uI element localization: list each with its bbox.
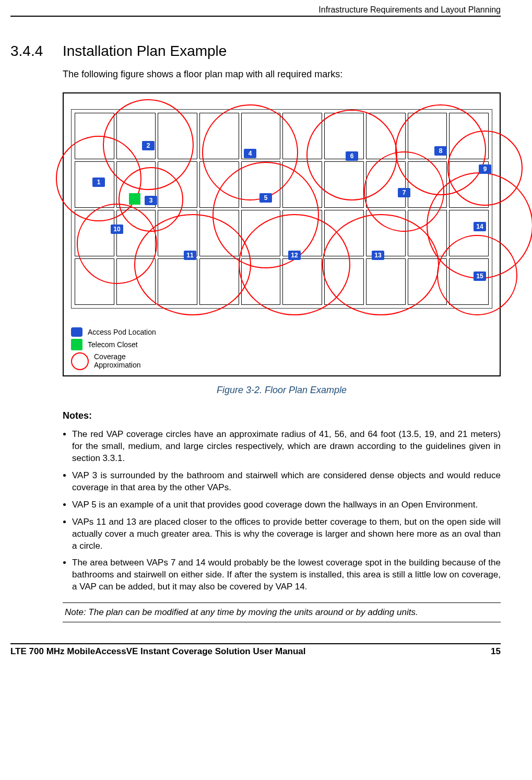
header-rule (10, 16, 501, 17)
legend-coverage: Coverage Approximation (94, 352, 141, 369)
section-title: Installation Plan Example (63, 43, 227, 60)
floorplan-figure: 1 2 3 4 5 6 7 8 9 10 11 12 13 14 15 (63, 92, 501, 376)
footer-page-number: 15 (491, 646, 501, 657)
vap-marker: 11 (184, 251, 196, 260)
running-header: Infrastructure Requirements and Layout P… (10, 5, 501, 16)
vap-marker: 1 (92, 178, 105, 187)
callout-note: Note: The plan can be modified at any ti… (63, 602, 501, 622)
vap-marker: 9 (479, 164, 491, 174)
section-heading: 3.4.4 Installation Plan Example (10, 43, 501, 60)
access-pod-icon (71, 327, 82, 337)
vap-marker: 10 (111, 224, 123, 234)
vap-marker: 4 (244, 149, 256, 158)
telecom-closet-marker (129, 193, 140, 205)
footer-rule (10, 643, 501, 644)
coverage-circle (134, 214, 251, 315)
note-item: VAPs 11 and 13 are placed closer to the … (72, 516, 501, 552)
vap-marker: 3 (145, 196, 157, 205)
vap-marker: 14 (474, 222, 486, 231)
vap-marker: 15 (474, 271, 486, 281)
vap-marker: 5 (259, 193, 272, 203)
page-footer: LTE 700 MHz MobileAccessVE Instant Cover… (10, 646, 501, 657)
note-item: VAP 3 is surrounded by the bathroom and … (72, 470, 501, 494)
intro-text: The following figure shows a floor plan … (63, 69, 501, 80)
legend-telecom-closet: Telecom Closet (88, 340, 138, 349)
telecom-closet-icon (71, 339, 82, 350)
note-item: The red VAP coverage circles have an app… (72, 429, 501, 465)
legend-access-pod: Access Pod Location (88, 328, 156, 336)
vap-marker: 6 (346, 151, 358, 161)
coverage-circle-icon (71, 352, 89, 370)
notes-list: The red VAP coverage circles have an app… (63, 429, 501, 593)
vap-marker: 13 (372, 251, 384, 260)
section-number: 3.4.4 (10, 43, 63, 60)
vap-marker: 12 (288, 251, 301, 260)
figure-legend: Access Pod Location Telecom Closet Cover… (71, 327, 156, 372)
vap-marker: 2 (142, 141, 155, 150)
floorplan-area: 1 2 3 4 5 6 7 8 9 10 11 12 13 14 15 (71, 109, 492, 309)
vap-marker: 8 (434, 146, 447, 156)
notes-heading: Notes: (63, 410, 501, 421)
note-item: The area between VAPs 7 and 14 would pro… (72, 557, 501, 593)
footer-doc-title: LTE 700 MHz MobileAccessVE Instant Cover… (10, 646, 306, 657)
vap-marker: 7 (398, 188, 410, 197)
figure-caption: Figure 3-2. Floor Plan Example (63, 385, 501, 396)
note-item: VAP 5 is an example of a unit that provi… (72, 499, 501, 511)
coverage-circle (322, 214, 439, 315)
